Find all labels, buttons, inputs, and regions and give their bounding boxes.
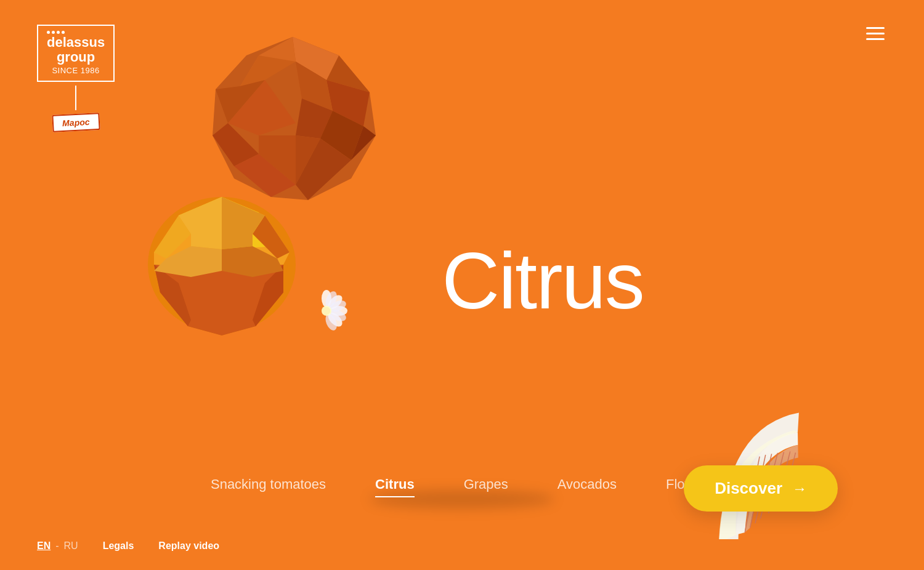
hamburger-line-1 [866,27,885,29]
hamburger-line-2 [866,33,885,34]
hamburger-line-3 [866,38,885,40]
header: delassus group SINCE 1986 Марос [0,0,924,156]
lang-ru[interactable]: RU [64,540,78,552]
logo-tagline: SINCE 1986 [52,66,99,75]
logo-area: delassus group SINCE 1986 Марос [37,25,115,131]
logo-brand-name: delassus group [47,35,105,65]
language-switcher: EN - RU [37,540,78,552]
replay-video-link[interactable]: Replay video [158,540,219,552]
svg-point-41 [322,306,331,316]
nav-item-grapes[interactable]: Grapes [464,476,508,496]
logo-divider [75,86,76,110]
logo-box: delassus group SINCE 1986 [37,25,115,82]
lang-separator: - [55,540,59,552]
discover-button[interactable]: Discover → [684,465,838,512]
hamburger-menu[interactable] [864,25,887,42]
lang-en[interactable]: EN [37,540,51,552]
maroc-label: Марос [62,117,89,128]
sphere-small [142,191,302,339]
nav-item-citrus[interactable]: Citrus [375,476,415,496]
arrow-icon: → [792,480,807,497]
legals-link[interactable]: Legals [103,540,134,552]
maroc-badge: Марос [52,113,100,132]
logo-dots [47,31,105,34]
nav-item-avocados[interactable]: Avocados [557,476,617,496]
nav-item-snacking-tomatoes[interactable]: Snacking tomatoes [211,476,326,496]
footer: EN - RU Legals Replay video [0,540,924,552]
flower-decoration [305,289,348,335]
discover-label: Discover [715,479,782,498]
